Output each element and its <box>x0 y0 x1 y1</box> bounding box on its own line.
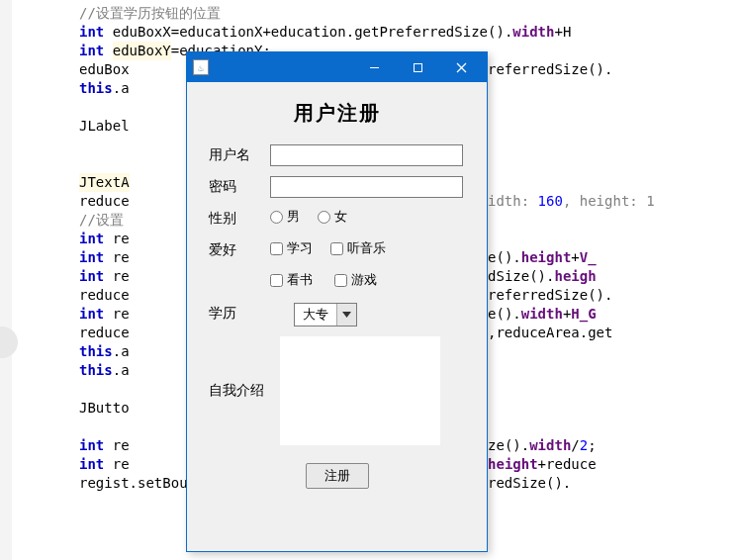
username-input[interactable] <box>270 144 463 166</box>
gender-male-radio[interactable] <box>270 211 283 224</box>
kw: this <box>79 362 113 378</box>
java-icon: ♨ <box>193 59 209 75</box>
gender-male-label: 男 <box>287 208 300 226</box>
code: +reduce <box>538 456 597 472</box>
password-label: 密码 <box>209 176 270 196</box>
chevron-down-icon <box>342 312 351 318</box>
kw: int <box>79 231 104 246</box>
hobby-study-option[interactable]: 学习 <box>270 239 313 257</box>
intro-label: 自我介绍 <box>209 382 270 400</box>
hobby-study-checkbox[interactable] <box>270 242 283 255</box>
field: width <box>521 306 563 322</box>
hobby-label: 爱好 <box>209 239 270 259</box>
field: heigh <box>554 268 596 284</box>
dialog-window: ♨ 用户注册 用户名 密码 性别 <box>186 51 488 552</box>
hobby-music-label: 听音乐 <box>347 239 386 257</box>
code: +H <box>554 24 571 40</box>
field: height <box>521 249 572 265</box>
code: .a <box>113 343 130 359</box>
hobby-read-option[interactable]: 看书 <box>270 271 313 289</box>
hobby-read-label: 看书 <box>287 271 313 289</box>
code: + <box>571 249 579 265</box>
kw: int <box>79 43 104 58</box>
code: .a <box>113 80 130 96</box>
password-input[interactable] <box>270 176 463 198</box>
code: reduce <box>79 325 130 340</box>
code: re <box>104 268 129 284</box>
field: V_ <box>580 249 597 265</box>
maximize-button[interactable] <box>396 52 439 82</box>
kw: int <box>79 437 104 453</box>
hobby-music-option[interactable]: 听音乐 <box>330 239 386 257</box>
code: re <box>104 437 129 453</box>
code: eduBoxX=educationX+education.getPreferre… <box>104 24 512 40</box>
field: H_G <box>571 306 596 322</box>
code: JLabel <box>79 118 130 134</box>
code: re <box>104 456 129 472</box>
gender-female-label: 女 <box>334 208 347 226</box>
code <box>104 43 112 58</box>
code: re <box>104 306 129 322</box>
code: JButto <box>79 400 130 416</box>
code: ; <box>588 437 596 453</box>
code: / <box>571 437 579 453</box>
kw: int <box>79 268 104 284</box>
close-button[interactable] <box>439 52 483 82</box>
comment: //设置 <box>79 212 124 228</box>
hobby-study-label: 学习 <box>287 239 313 257</box>
intro-textarea[interactable] <box>280 336 440 445</box>
hobby-game-option[interactable]: 游戏 <box>334 271 377 289</box>
var-highlight: eduBoxY <box>113 43 171 58</box>
gender-female-radio[interactable] <box>318 211 330 224</box>
code: reduce <box>79 193 130 209</box>
gender-female-option[interactable]: 女 <box>318 208 347 226</box>
field: width <box>529 437 571 453</box>
kw: this <box>79 80 113 96</box>
code: reduce <box>79 287 130 303</box>
comment: //设置学历按钮的位置 <box>79 5 221 21</box>
dialog-body: 用户注册 用户名 密码 性别 男 女 <box>187 82 487 499</box>
hint: idth: <box>488 193 538 209</box>
kw: int <box>79 456 104 472</box>
titlebar[interactable]: ♨ <box>187 52 487 82</box>
hobby-game-label: 游戏 <box>351 271 377 289</box>
gender-label: 性别 <box>209 208 270 228</box>
education-combobox[interactable]: 大专 <box>294 303 357 327</box>
hint: , height: 1 <box>563 193 655 209</box>
code: ,reduceArea.get <box>488 325 612 340</box>
svg-marker-4 <box>342 312 351 318</box>
hobby-music-checkbox[interactable] <box>330 242 343 255</box>
num: 2 <box>580 437 588 453</box>
field: width <box>512 24 554 40</box>
minimize-button[interactable] <box>352 52 396 82</box>
code: referredSize(). <box>488 61 612 77</box>
education-label: 学历 <box>209 303 270 323</box>
num: 160 <box>538 193 563 209</box>
education-selected: 大专 <box>295 306 336 324</box>
svg-rect-1 <box>414 63 421 71</box>
kw: int <box>79 24 104 40</box>
kw: int <box>79 249 104 265</box>
code: re <box>104 231 129 246</box>
register-button[interactable]: 注册 <box>306 463 369 489</box>
combobox-arrow-button[interactable] <box>336 304 356 326</box>
hobby-game-checkbox[interactable] <box>334 274 347 287</box>
code: re <box>104 249 129 265</box>
kw: int <box>79 306 104 322</box>
code: referredSize(). <box>488 287 612 303</box>
hobby-read-checkbox[interactable] <box>270 274 283 287</box>
code: JTextA <box>79 174 130 190</box>
code: .a <box>113 362 130 378</box>
dialog-title: 用户注册 <box>209 100 465 127</box>
username-label: 用户名 <box>209 144 270 164</box>
code: eduBox <box>79 61 130 77</box>
kw: this <box>79 343 113 359</box>
gender-male-option[interactable]: 男 <box>270 208 300 226</box>
field: height <box>488 456 538 472</box>
